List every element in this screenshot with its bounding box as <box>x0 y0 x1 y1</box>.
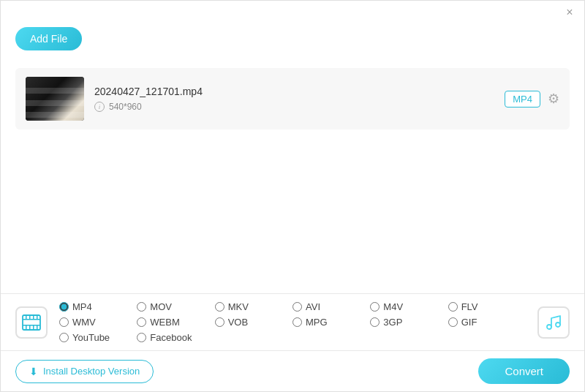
bottom-bar: ⬇ Install Desktop Version Convert <box>1 351 584 391</box>
svg-rect-9 <box>37 315 38 319</box>
install-desktop-button[interactable]: ⬇ Install Desktop Version <box>15 360 154 383</box>
bottom-section: MP4 MOV MKV AVI M4V FLV WMV <box>1 293 584 391</box>
format-option-mkv[interactable]: MKV <box>215 301 292 312</box>
file-thumbnail <box>26 77 84 121</box>
svg-rect-6 <box>29 325 31 330</box>
add-file-button[interactable]: Add File <box>15 27 82 50</box>
svg-rect-3 <box>26 315 27 319</box>
file-actions: MP4 ⚙ <box>505 91 559 108</box>
format-option-facebook[interactable]: Facebook <box>137 332 214 343</box>
format-options: MP4 MOV MKV AVI M4V FLV WMV <box>59 301 526 343</box>
header-area: Add File <box>1 24 584 68</box>
settings-icon[interactable]: ⚙ <box>548 91 559 107</box>
close-button[interactable]: × <box>564 7 575 18</box>
download-icon: ⬇ <box>29 366 38 377</box>
file-meta: i 540*960 <box>94 102 494 112</box>
file-resolution: 540*960 <box>109 102 142 112</box>
format-option-mp4[interactable]: MP4 <box>59 301 137 312</box>
format-option-webm[interactable]: WEBM <box>137 317 214 328</box>
format-option-youtube[interactable]: YouTube <box>59 332 137 343</box>
main-content: 20240427_121701.mp4 i 540*960 MP4 ⚙ <box>1 68 584 129</box>
svg-point-11 <box>547 325 551 329</box>
format-panel: MP4 MOV MKV AVI M4V FLV WMV <box>1 294 584 351</box>
convert-button[interactable]: Convert <box>478 358 570 384</box>
video-tab-icon[interactable] <box>15 306 48 339</box>
file-name: 20240427_121701.mp4 <box>94 86 494 97</box>
format-option-avi[interactable]: AVI <box>292 301 370 312</box>
format-option-3gp[interactable]: 3GP <box>370 317 448 328</box>
svg-rect-4 <box>26 325 27 330</box>
title-bar: × <box>1 1 584 24</box>
svg-rect-8 <box>33 325 34 330</box>
info-icon: i <box>94 102 105 112</box>
format-option-mpg[interactable]: MPG <box>292 317 370 328</box>
format-badge[interactable]: MP4 <box>505 91 540 108</box>
audio-tab-icon[interactable] <box>537 306 570 339</box>
format-option-m4v[interactable]: M4V <box>370 301 448 312</box>
svg-rect-7 <box>33 315 34 319</box>
svg-rect-10 <box>37 325 38 330</box>
format-option-vob[interactable]: VOB <box>215 317 292 328</box>
svg-rect-1 <box>23 319 40 320</box>
install-label: Install Desktop Version <box>43 366 140 377</box>
format-option-mov[interactable]: MOV <box>137 301 214 312</box>
format-option-wmv[interactable]: WMV <box>59 317 137 328</box>
svg-rect-5 <box>29 315 31 319</box>
format-option-gif[interactable]: GIF <box>448 317 526 328</box>
file-item: 20240427_121701.mp4 i 540*960 MP4 ⚙ <box>15 68 570 129</box>
format-option-flv[interactable]: FLV <box>448 301 526 312</box>
file-info: 20240427_121701.mp4 i 540*960 <box>94 86 494 112</box>
